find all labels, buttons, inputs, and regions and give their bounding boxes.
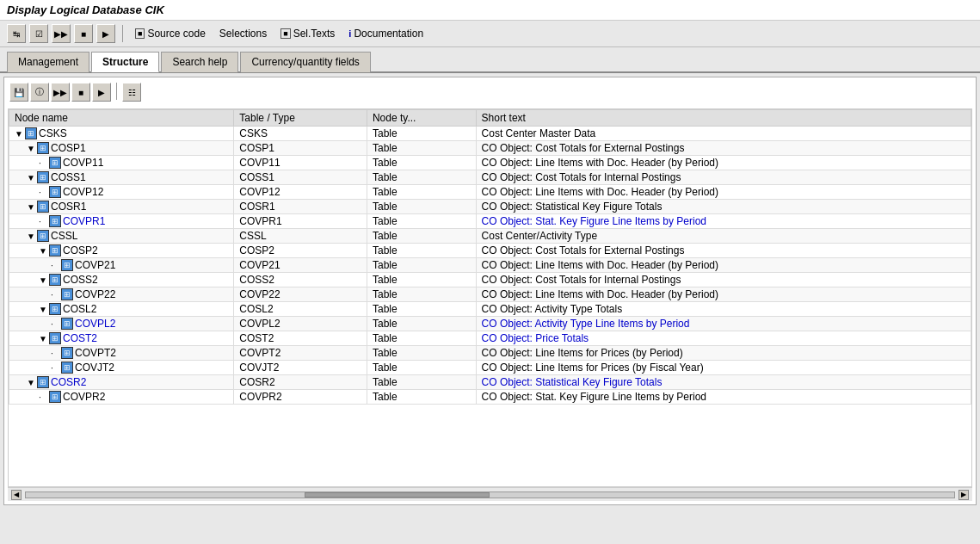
table-row[interactable]: ·⊞COVP22COVP22TableCO Object: Line Items… bbox=[9, 287, 971, 302]
table-row[interactable]: ▼⊞COSR2COSR2TableCO Object: Statistical … bbox=[9, 375, 971, 390]
sel-texts-button[interactable]: ■ Sel.Texts bbox=[275, 26, 340, 41]
table-icon: ⊞ bbox=[37, 142, 49, 154]
table-row[interactable]: ·⊞COVPR1COVPR1TableCO Object: Stat. Key … bbox=[9, 214, 971, 229]
table-row[interactable]: ▼⊞COSP1COSP1TableCO Object: Cost Totals … bbox=[9, 141, 971, 156]
data-table: Node name Table / Type Node ty... Short … bbox=[9, 109, 971, 405]
node-name-label: COVPR2 bbox=[63, 391, 105, 403]
expand-icon: · bbox=[51, 319, 59, 329]
table-row[interactable]: ▼⊞COSS2COSS2TableCO Object: Cost Totals … bbox=[9, 273, 971, 287]
inner-btn-5[interactable]: ▶ bbox=[92, 83, 111, 102]
documentation-icon: i bbox=[348, 28, 351, 39]
table-type-cell: CSSL bbox=[234, 229, 367, 244]
short-text-cell: CO Object: Line Items for Prices (by Fis… bbox=[476, 361, 971, 375]
toolbar-btn-5[interactable]: ▶ bbox=[96, 24, 115, 43]
node-name-label: COVJT2 bbox=[75, 362, 114, 374]
table-row[interactable]: ·⊞COVPT2COVPT2TableCO Object: Line Items… bbox=[9, 346, 971, 361]
expand-icon[interactable]: ▼ bbox=[15, 129, 23, 139]
node-name-label: COSS2 bbox=[63, 274, 98, 286]
table-icon: ⊞ bbox=[37, 171, 49, 183]
short-text-cell: CO Object: Statistical Key Figure Totals bbox=[476, 375, 971, 390]
table-type-cell: COVP22 bbox=[234, 287, 367, 302]
h-scrollbar[interactable] bbox=[25, 491, 955, 498]
table-row[interactable]: ·⊞COVPR2COVPR2TableCO Object: Stat. Key … bbox=[9, 390, 971, 405]
table-icon: ⊞ bbox=[61, 347, 73, 359]
expand-icon[interactable]: ▼ bbox=[27, 232, 35, 241]
node-name-cell: ▼⊞COSL2 bbox=[9, 302, 234, 317]
inner-toolbar: 💾 ⓘ ▶▶ ■ ▶ ☷ bbox=[8, 81, 972, 103]
toolbar-btn-2[interactable]: ☑ bbox=[29, 24, 48, 43]
table-row[interactable]: ▼⊞CSSLCSSLTableCost Center/Activity Type bbox=[9, 229, 971, 244]
table-icon: ⊞ bbox=[49, 332, 61, 344]
node-name-cell: ·⊞COVP22 bbox=[9, 287, 234, 302]
inner-btn-1[interactable]: 💾 bbox=[9, 83, 28, 102]
short-text-cell: CO Object: Price Totals bbox=[476, 331, 971, 346]
node-type-cell: Table bbox=[367, 127, 476, 141]
expand-icon: · bbox=[39, 158, 47, 168]
table-row[interactable]: ▼⊞COST2COST2TableCO Object: Price Totals bbox=[9, 331, 971, 346]
short-text-cell: CO Object: Stat. Key Figure Line Items b… bbox=[476, 390, 971, 405]
table-row[interactable]: ▼⊞CSKSCSKSTableCost Center Master Data bbox=[9, 127, 971, 141]
table-icon: ⊞ bbox=[49, 244, 61, 257]
expand-icon[interactable]: ▼ bbox=[39, 275, 47, 285]
table-type-cell: COVJT2 bbox=[234, 361, 367, 375]
node-name-label: COSS1 bbox=[51, 171, 86, 183]
node-type-cell: Table bbox=[367, 185, 476, 200]
tab-management[interactable]: Management bbox=[7, 52, 89, 72]
toolbar-btn-1[interactable]: ↹ bbox=[7, 24, 26, 43]
table-row[interactable]: ▼⊞COSR1COSR1TableCO Object: Statistical … bbox=[9, 200, 971, 214]
node-name-cell: ▼⊞COSS2 bbox=[9, 273, 234, 287]
table-row[interactable]: ▼⊞COSS1COSS1TableCO Object: Cost Totals … bbox=[9, 170, 971, 185]
tab-currencyquantity-fields[interactable]: Currency/quantity fields bbox=[240, 52, 370, 72]
expand-icon[interactable]: ▼ bbox=[27, 202, 35, 212]
table-row[interactable]: ·⊞COVPL2COVPL2TableCO Object: Activity T… bbox=[9, 317, 971, 331]
table-row[interactable]: ▼⊞COSL2COSL2TableCO Object: Activity Typ… bbox=[9, 302, 971, 317]
table-type-cell: COSS1 bbox=[234, 170, 367, 185]
main-content: 💾 ⓘ ▶▶ ■ ▶ ☷ Node name Table / Type Node… bbox=[3, 77, 977, 505]
inner-btn-3[interactable]: ▶▶ bbox=[51, 83, 70, 102]
inner-btn-2[interactable]: ⓘ bbox=[30, 83, 49, 102]
table-icon: ⊞ bbox=[37, 230, 49, 242]
expand-icon[interactable]: ▼ bbox=[27, 144, 35, 153]
col-node-name: Node name bbox=[9, 110, 234, 127]
table-row[interactable]: ·⊞COVP12COVP12TableCO Object: Line Items… bbox=[9, 185, 971, 200]
expand-icon[interactable]: ▼ bbox=[39, 246, 47, 256]
scroll-left-btn[interactable]: ◀ bbox=[11, 490, 22, 500]
expand-icon[interactable]: ▼ bbox=[39, 305, 47, 314]
short-text-cell: CO Object: Line Items with Doc. Header (… bbox=[476, 258, 971, 273]
table-type-cell: COVPR2 bbox=[234, 390, 367, 405]
table-icon: ⊞ bbox=[49, 215, 61, 227]
short-text-cell: CO Object: Cost Totals for External Post… bbox=[476, 141, 971, 156]
short-text-cell: CO Object: Activity Type Line Items by P… bbox=[476, 317, 971, 331]
table-icon: ⊞ bbox=[49, 303, 61, 315]
node-type-cell: Table bbox=[367, 244, 476, 258]
short-text-cell: CO Object: Cost Totals for External Post… bbox=[476, 244, 971, 258]
node-name-cell: ·⊞COVPL2 bbox=[9, 317, 234, 331]
scroll-right-btn[interactable]: ▶ bbox=[958, 490, 969, 500]
source-code-button[interactable]: ■ Source code bbox=[130, 26, 211, 41]
toolbar-btn-4[interactable]: ■ bbox=[74, 24, 93, 43]
inner-btn-4[interactable]: ■ bbox=[71, 83, 90, 102]
table-icon: ⊞ bbox=[49, 186, 61, 198]
h-scrollbar-thumb[interactable] bbox=[305, 492, 490, 498]
expand-icon[interactable]: ▼ bbox=[27, 378, 35, 387]
toolbar-btn-3[interactable]: ▶▶ bbox=[52, 24, 71, 43]
expand-icon: · bbox=[51, 363, 59, 373]
documentation-button[interactable]: i Documentation bbox=[343, 26, 428, 41]
table-container[interactable]: Node name Table / Type Node ty... Short … bbox=[8, 108, 972, 487]
node-type-cell: Table bbox=[367, 375, 476, 390]
expand-icon[interactable]: ▼ bbox=[39, 334, 47, 343]
tab-structure[interactable]: Structure bbox=[91, 52, 159, 72]
table-icon: ⊞ bbox=[25, 127, 37, 139]
table-row[interactable]: ▼⊞COSP2COSP2TableCO Object: Cost Totals … bbox=[9, 244, 971, 258]
tab-search-help[interactable]: Search help bbox=[161, 52, 238, 72]
horizontal-scrollbar-area: ◀ ▶ bbox=[8, 487, 972, 501]
expand-icon[interactable]: ▼ bbox=[27, 173, 35, 182]
table-type-cell: COVPR1 bbox=[234, 214, 367, 229]
table-row[interactable]: ·⊞COVJT2COVJT2TableCO Object: Line Items… bbox=[9, 361, 971, 375]
table-row[interactable]: ·⊞COVP21COVP21TableCO Object: Line Items… bbox=[9, 258, 971, 273]
table-row[interactable]: ·⊞COVP11COVP11TableCO Object: Line Items… bbox=[9, 156, 971, 170]
selections-button[interactable]: Selections bbox=[214, 26, 272, 41]
table-icon: ⊞ bbox=[49, 274, 61, 286]
inner-btn-6[interactable]: ☷ bbox=[122, 83, 141, 102]
node-name-label: COSP1 bbox=[51, 142, 86, 154]
